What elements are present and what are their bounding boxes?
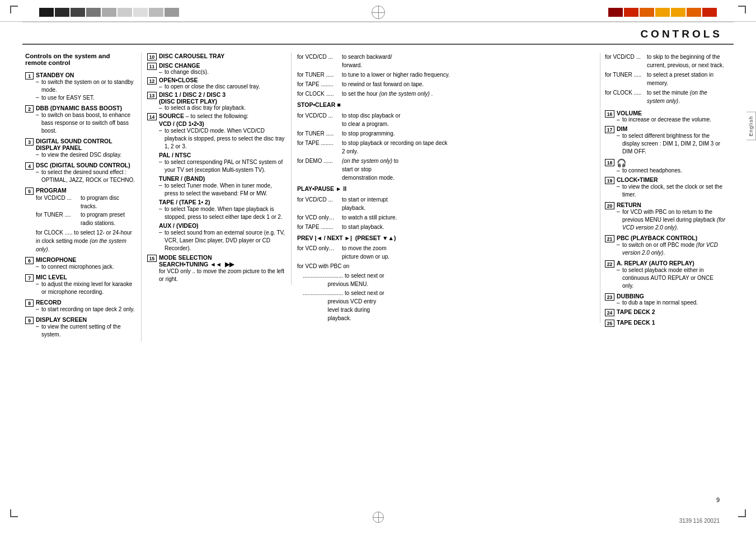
item-number: 5 xyxy=(25,188,34,195)
right-col-1: for VCD/CD ...to search backward/forward… xyxy=(297,53,600,323)
bottom-registration-mark xyxy=(373,512,384,523)
item-number: 2 xyxy=(25,105,34,113)
item-content: STANDBY ON –to switch the system on or t… xyxy=(36,72,137,102)
item-number: 8 xyxy=(25,299,34,307)
registration-mark xyxy=(372,6,385,19)
list-item: 3 DIGITAL SOUND CONTROLDISPLAY PANEL –to… xyxy=(25,138,137,159)
list-item: 2 DBB (DYNAMIC BASS BOOST) –to switch on… xyxy=(25,105,137,135)
list-item: 8 RECORD –to start recording on tape dec… xyxy=(25,299,137,313)
color-blocks-left xyxy=(39,8,179,17)
list-item: 20 RETURN –for VCD with PBC on to return… xyxy=(605,202,725,232)
item-content: DBB (DYNAMIC BASS BOOST) –to switch on b… xyxy=(36,105,137,135)
item-content: MIC LEVEL –to adjust the mixing level fo… xyxy=(36,274,137,296)
list-item: 24 TAPE DECK 2 xyxy=(605,308,725,316)
list-item: 15 MODE SELECTION SEARCH•TUNING ◄◄ ▶▶ fo… xyxy=(147,254,285,283)
list-item: 7 MIC LEVEL –to adjust the mixing level … xyxy=(25,274,137,296)
color-blocks-right xyxy=(608,8,717,17)
section-title-line2: remote control xyxy=(25,59,137,66)
item-number: 3 xyxy=(25,138,34,146)
item-number: 15 xyxy=(147,255,157,262)
list-item: 14 SOURCE – to select the following: VCD… xyxy=(147,113,285,252)
english-tab: English xyxy=(746,112,756,140)
item-content: DIGITAL SOUND CONTROLDISPLAY PANEL –to v… xyxy=(36,138,121,159)
item-content: MICROPHONE –to connect microphones jack. xyxy=(36,256,114,271)
item-content: DSC (DIGITAL SOUND CONTROL) –to select t… xyxy=(36,162,137,184)
list-item: 19 CLOCK•TIMER –to view the clock, set t… xyxy=(605,176,725,199)
page-number: 9 xyxy=(716,496,720,503)
list-item: 17 DIM –to select different brightness f… xyxy=(605,125,725,156)
item-number: 1 xyxy=(25,72,34,79)
middle-column: 10 DISC CAROUSEL TRAY 11 DISC CHANGE –to… xyxy=(142,53,292,285)
item-number: 10 xyxy=(147,53,157,60)
item-number: 13 xyxy=(147,92,157,99)
list-item: 12 OPEN•CLOSE –to open or close the disc… xyxy=(147,77,285,90)
section-header: Controls on the system and remote contro… xyxy=(25,53,137,66)
list-item: 6 MICROPHONE –to connect microphones jac… xyxy=(25,256,137,271)
list-item: 16 VOLUME –to increase or decrease the v… xyxy=(605,110,725,123)
list-item: 18 🎧 –to connect headphones. xyxy=(605,158,725,174)
list-item: 11 DISC CHANGE –to change disc(s). xyxy=(147,62,285,75)
list-item: 22 A. REPLAY (AUTO REPLAY) –to select pl… xyxy=(605,260,725,290)
item-number: 4 xyxy=(25,162,34,170)
item-content: RECORD –to start recording on tape deck … xyxy=(36,299,135,313)
list-item: 25 TAPE DECK 1 xyxy=(605,319,725,327)
item-number: 14 xyxy=(147,113,157,120)
list-item: 9 DISPLAY SCREEN –to view the current se… xyxy=(25,316,137,339)
right-col-2: for VCD/CD ...to skip to the beginning o… xyxy=(605,53,725,330)
list-item: 5 PROGRAM for VCD/CD ...to program disc … xyxy=(25,187,137,254)
item-content: DISPLAY SCREEN –to view the current sett… xyxy=(36,316,137,339)
list-item: 1 STANDBY ON –to switch the system on or… xyxy=(25,72,137,102)
list-item: 23 DUBBING –to dub a tape in normal spee… xyxy=(605,293,725,306)
footer-code: 3139 116 20021 xyxy=(679,518,720,524)
item-number: 7 xyxy=(25,274,34,282)
item-number: 6 xyxy=(25,257,34,264)
item-number: 12 xyxy=(147,77,157,85)
list-item: 21 PBC (PLAYBACK CONTROL) –to switch on … xyxy=(605,235,725,257)
section-title-line1: Controls on the system and xyxy=(25,53,137,59)
page-title: CONTROLS xyxy=(640,28,722,40)
left-column: Controls on the system and remote contro… xyxy=(25,53,142,341)
right-area: for VCD/CD ...to search backward/forward… xyxy=(292,53,725,330)
list-item: 10 DISC CAROUSEL TRAY xyxy=(147,53,285,60)
list-item: 13 DISC 1 / DISC 2 / DISC 3(DISC DIRECT … xyxy=(147,91,285,111)
list-item: 4 DSC (DIGITAL SOUND CONTROL) –to select… xyxy=(25,162,137,184)
item-number: 11 xyxy=(147,63,157,70)
item-number: 9 xyxy=(25,317,34,324)
item-content: PROGRAM for VCD/CD ...to program disc tr… xyxy=(36,187,137,254)
